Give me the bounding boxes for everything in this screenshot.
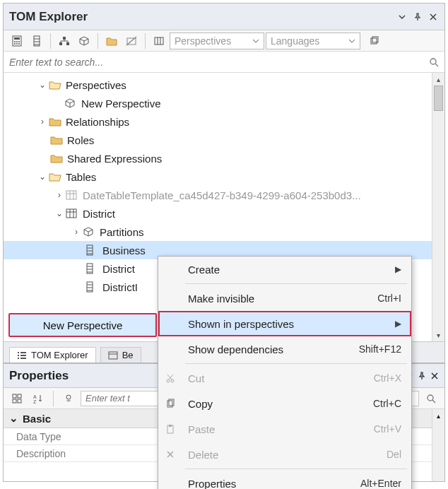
chevron-down-icon[interactable]: ⌄ xyxy=(37,172,47,182)
scroll-down-icon[interactable]: ▾ xyxy=(432,329,444,341)
chevron-down-icon xyxy=(348,37,355,45)
menu-show-dependencies[interactable]: Show dependencies Shift+F12 xyxy=(158,336,411,362)
chevron-down-icon[interactable]: ⌄ xyxy=(9,412,18,425)
folder-open-icon xyxy=(49,80,61,90)
scroll-up-icon[interactable]: ▴ xyxy=(432,73,444,86)
svg-point-66 xyxy=(171,379,174,382)
perspectives-dropdown-label: Perspectives xyxy=(175,35,231,47)
svg-line-23 xyxy=(435,64,438,66)
svg-text:Z: Z xyxy=(33,399,37,403)
menu-copy[interactable]: Copy Ctrl+C xyxy=(158,391,411,416)
svg-rect-58 xyxy=(13,399,16,403)
svg-rect-54 xyxy=(109,352,117,359)
tom-toolbar: Perspectives Languages xyxy=(4,30,444,52)
toolbar-hidden-icon[interactable] xyxy=(122,33,141,49)
perspective-chip[interactable]: New Perspective xyxy=(8,313,157,337)
close-icon[interactable] xyxy=(430,372,439,380)
tree-node-roles[interactable]: Roles xyxy=(4,131,444,149)
tom-explorer-header: TOM Explorer xyxy=(4,4,444,30)
svg-point-65 xyxy=(167,379,170,382)
tree-search-row xyxy=(4,52,444,73)
close-icon[interactable] xyxy=(428,11,439,23)
folder-icon xyxy=(50,153,63,163)
languages-dropdown-label: Languages xyxy=(271,35,319,47)
chevron-down-icon[interactable]: ⌄ xyxy=(37,80,47,90)
paste-icon xyxy=(165,424,179,434)
table-icon xyxy=(66,208,78,218)
chevron-down-icon xyxy=(252,37,259,45)
toolbar-columns-icon[interactable] xyxy=(150,33,168,49)
properties-expression-icon[interactable] xyxy=(59,390,78,407)
toolbar-column-icon[interactable] xyxy=(28,33,46,49)
tree-search-input[interactable] xyxy=(8,56,428,69)
svg-rect-12 xyxy=(63,37,66,40)
perspectives-dropdown[interactable]: Perspectives xyxy=(170,33,264,49)
toolbar-folder-icon[interactable] xyxy=(102,33,121,49)
svg-rect-70 xyxy=(169,425,172,427)
context-menu: Create ▶ Make invisible Ctrl+I Shown in … xyxy=(158,256,412,489)
svg-rect-1 xyxy=(14,37,20,40)
svg-point-62 xyxy=(66,395,71,399)
svg-point-2 xyxy=(14,41,16,42)
search-icon[interactable] xyxy=(428,56,440,69)
tree-node-shared-expressions[interactable]: Shared Expressions xyxy=(4,149,444,167)
languages-dropdown[interactable]: Languages xyxy=(266,33,360,49)
svg-rect-56 xyxy=(13,394,16,398)
svg-point-6 xyxy=(16,43,18,45)
menu-create[interactable]: Create ▶ xyxy=(158,257,411,282)
folder-open-icon xyxy=(49,172,61,182)
properties-scrollbar[interactable]: ▴ xyxy=(432,409,444,481)
tree-node-district[interactable]: ⌄ District xyxy=(4,204,444,223)
tree-node-new-perspective[interactable]: New Perspective xyxy=(4,94,444,112)
svg-rect-28 xyxy=(66,209,76,218)
svg-text:A: A xyxy=(33,394,37,399)
menu-paste: Paste Ctrl+V xyxy=(158,416,411,442)
chevron-right-icon: ▶ xyxy=(395,319,401,329)
tree-node-perspectives[interactable]: ⌄ Perspectives xyxy=(4,76,444,94)
copy-icon xyxy=(165,399,179,408)
search-icon[interactable] xyxy=(422,390,440,407)
tree-node-relationships[interactable]: › Relationships xyxy=(4,112,444,131)
svg-point-3 xyxy=(16,41,18,42)
tree-scrollbar[interactable]: ▴ ▾ xyxy=(432,73,444,341)
toolbar-restore-windows-icon[interactable] xyxy=(365,33,383,49)
categorized-view-icon[interactable] xyxy=(8,390,26,407)
menu-cut: Cut Ctrl+X xyxy=(158,365,411,391)
toolbar-cube-icon[interactable] xyxy=(75,33,93,49)
toolbar-calculator-icon[interactable] xyxy=(8,33,26,49)
pin-icon[interactable] xyxy=(412,11,423,23)
cube-icon xyxy=(64,98,77,109)
scroll-up-icon[interactable]: ▴ xyxy=(432,409,444,422)
menu-shown-in-perspectives[interactable]: Shown in perspectives ▶ xyxy=(158,311,411,336)
tree-node-tables[interactable]: ⌄ Tables xyxy=(4,167,444,186)
window-dropdown-icon[interactable] xyxy=(396,11,408,23)
chevron-right-icon[interactable]: › xyxy=(37,117,47,126)
menu-properties[interactable]: Properties Alt+Enter xyxy=(158,471,411,489)
list-icon xyxy=(17,351,27,360)
folder-icon xyxy=(49,117,61,126)
chevron-right-icon[interactable]: › xyxy=(71,227,81,237)
scroll-thumb[interactable] xyxy=(434,86,443,111)
toolbar-hierarchy-icon[interactable] xyxy=(55,33,73,49)
cube-icon xyxy=(83,226,95,237)
svg-rect-20 xyxy=(371,38,377,44)
tab-tom-explorer[interactable]: TOM Explorer xyxy=(9,347,96,363)
svg-rect-57 xyxy=(18,394,21,398)
tree-node-partitions[interactable]: › Partitions xyxy=(4,223,444,241)
svg-rect-13 xyxy=(59,42,62,45)
svg-point-5 xyxy=(14,43,16,45)
menu-separator xyxy=(185,283,407,284)
pin-icon[interactable] xyxy=(418,372,426,380)
chevron-right-icon[interactable]: › xyxy=(54,190,64,200)
menu-make-invisible[interactable]: Make invisible Ctrl+I xyxy=(158,285,411,311)
chevron-right-icon: ▶ xyxy=(395,264,401,274)
tab-be[interactable]: Be xyxy=(100,347,141,363)
tree-node-datetable-template[interactable]: › DateTableTemplate_ca45d427-b349-4299-a… xyxy=(4,186,444,204)
svg-point-63 xyxy=(428,395,433,401)
svg-line-64 xyxy=(432,400,435,403)
delete-icon xyxy=(165,449,179,459)
alpha-sort-icon[interactable]: AZ xyxy=(29,390,47,407)
menu-separator xyxy=(185,469,407,469)
chevron-down-icon[interactable]: ⌄ xyxy=(54,208,64,218)
svg-point-22 xyxy=(430,59,436,64)
